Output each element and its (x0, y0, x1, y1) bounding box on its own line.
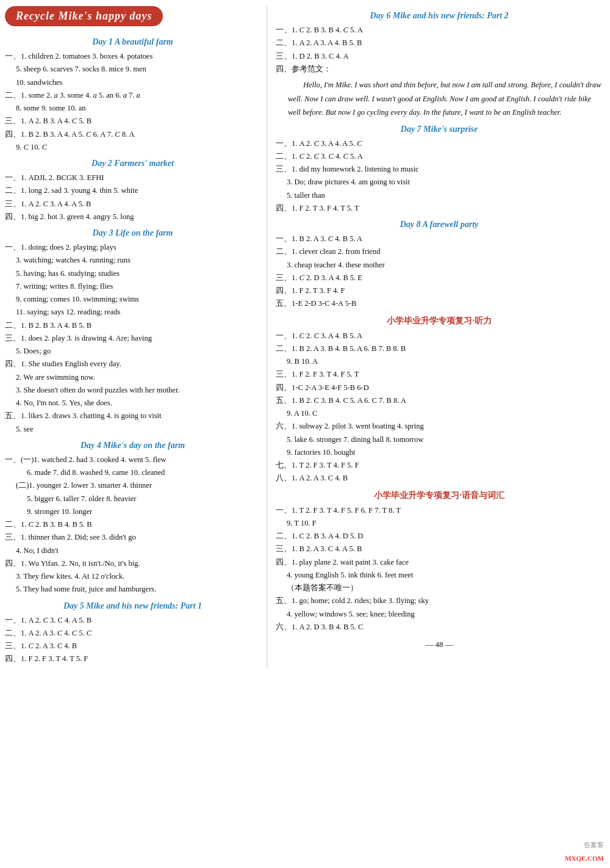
day7-title: Day 7 Mike's surprise (276, 125, 603, 134)
day4-section: Day 4 Mike's day on the farm 一、(一)1. wat… (5, 441, 260, 596)
day4-content: 一、(一)1. watched 2. had 3. cooked 4. went… (5, 454, 260, 596)
special2-title: 小学毕业升学专项复习·语音与词汇 (276, 490, 603, 501)
special2-content: 一、1. T 2. F 3. T 4. F 5. F 6. F 7. T 8. … (276, 504, 603, 634)
watermark-bottom: MXQE.COM (565, 855, 604, 862)
day8-section: Day 8 A farewell party 一、1. B 2. A 3. C … (276, 220, 603, 311)
day8-content: 一、1. B 2. A 3. C 4. B 5. A 二、1. clever c… (276, 233, 603, 311)
day3-title: Day 3 Life on the farm (5, 228, 260, 238)
day8-title: Day 8 A farewell party (276, 220, 603, 230)
day3-section: Day 3 Life on the farm 一、1. doing; does … (5, 228, 260, 436)
day6-section: Day 6 Mike and his new friends: Part 2 一… (276, 11, 603, 120)
day5-content: 一、1. A 2. C 3. C 4. A 5. B 二、1. A 2. A 3… (5, 614, 260, 666)
day6-content: 一、1. C 2. B 3. B 4. C 5. A 二、1. A 2. A 3… (276, 24, 603, 76)
title-banner: Recycle Mike's happy days (5, 6, 260, 32)
special2-section: 小学毕业升学专项复习·语音与词汇 一、1. T 2. F 3. T 4. F 5… (276, 490, 603, 634)
watermark-top: 告案客 (584, 841, 604, 850)
page-number: — 48 — (276, 640, 603, 649)
day1-title: Day 1 A beautiful farm (5, 37, 260, 47)
special1-title: 小学毕业升学专项复习·听力 (276, 316, 603, 327)
day4-title: Day 4 Mike's day on the farm (5, 441, 260, 450)
day2-content: 一、1. ADJL 2. BCGK 3. EFHI 二、1. long 2. s… (5, 172, 260, 223)
special1-section: 小学毕业升学专项复习·听力 一、1. C 2. C 3. A 4. B 5. A… (276, 316, 603, 485)
day6-essay: Hello, I'm Mike. I was short and thin be… (276, 78, 603, 120)
day2-title: Day 2 Farmers' market (5, 159, 260, 168)
day7-content: 一、1. A 2. C 3. A 4. A 5. C 二、1. C 2. C 3… (276, 137, 603, 215)
day3-content: 一、1. doing; does 2. playing; plays 3. wa… (5, 241, 260, 436)
day2-section: Day 2 Farmers' market 一、1. ADJL 2. BCGK … (5, 159, 260, 223)
day1-content: 一、1. children 2. tomatoes 3. boxes 4. po… (5, 50, 260, 154)
day5-section: Day 5 Mike and his new friends: Part 1 一… (5, 601, 260, 666)
day5-title: Day 5 Mike and his new friends: Part 1 (5, 601, 260, 611)
special1-content: 一、1. C 2. C 3. A 4. B 5. A 二、1. B 2. A 3… (276, 330, 603, 485)
day7-section: Day 7 Mike's surprise 一、1. A 2. C 3. A 4… (276, 125, 603, 215)
right-column: Day 6 Mike and his new friends: Part 2 一… (267, 6, 603, 668)
left-column: Recycle Mike's happy days Day 1 A beauti… (5, 6, 267, 668)
day1-section: Day 1 A beautiful farm 一、1. children 2. … (5, 37, 260, 154)
day6-title: Day 6 Mike and his new friends: Part 2 (276, 11, 603, 21)
